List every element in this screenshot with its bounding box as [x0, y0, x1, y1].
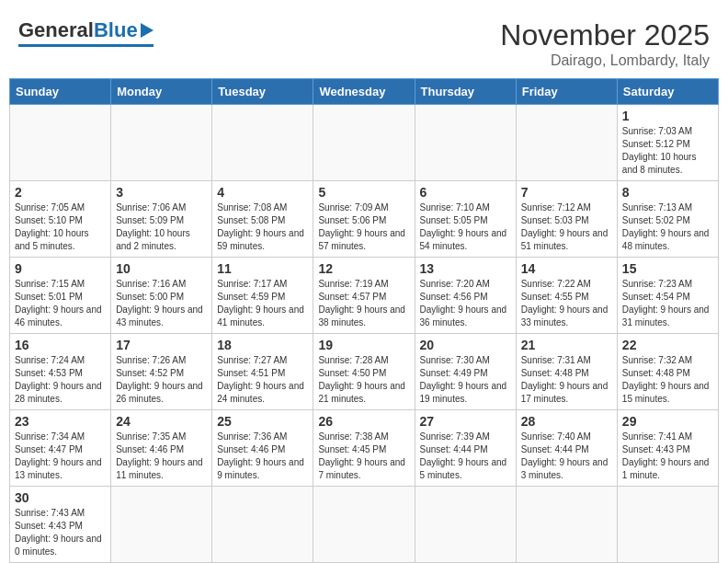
table-row: 22Sunrise: 7:32 AM Sunset: 4:48 PM Dayli…	[617, 334, 718, 410]
day-number: 24	[116, 414, 207, 429]
table-row	[516, 487, 617, 563]
calendar-table: Sunday Monday Tuesday Wednesday Thursday…	[9, 78, 719, 563]
table-row: 10Sunrise: 7:16 AM Sunset: 5:00 PM Dayli…	[111, 258, 212, 334]
table-row: 23Sunrise: 7:34 AM Sunset: 4:47 PM Dayli…	[10, 410, 111, 487]
calendar-week-row: 9Sunrise: 7:15 AM Sunset: 5:01 PM Daylig…	[10, 258, 719, 334]
table-row: 25Sunrise: 7:36 AM Sunset: 4:46 PM Dayli…	[212, 410, 313, 487]
day-number: 14	[521, 261, 612, 276]
table-row: 7Sunrise: 7:12 AM Sunset: 5:03 PM Daylig…	[516, 181, 617, 258]
day-number: 2	[15, 185, 106, 200]
day-number: 20	[420, 338, 511, 352]
day-info: Sunrise: 7:30 AM Sunset: 4:49 PM Dayligh…	[420, 354, 511, 406]
day-info: Sunrise: 7:40 AM Sunset: 4:44 PM Dayligh…	[521, 431, 612, 482]
table-row	[212, 487, 313, 563]
table-row	[415, 105, 516, 181]
day-number: 4	[217, 185, 308, 200]
table-row: 17Sunrise: 7:26 AM Sunset: 4:52 PM Dayli…	[111, 334, 212, 410]
logo: General Blue	[18, 18, 154, 47]
logo-blue-text: Blue	[94, 18, 138, 42]
day-number: 21	[521, 338, 612, 352]
table-row: 12Sunrise: 7:19 AM Sunset: 4:57 PM Dayli…	[313, 258, 415, 334]
table-row: 27Sunrise: 7:39 AM Sunset: 4:44 PM Dayli…	[415, 410, 516, 487]
day-number: 12	[318, 261, 409, 276]
day-number: 8	[622, 185, 713, 200]
table-row: 29Sunrise: 7:41 AM Sunset: 4:43 PM Dayli…	[617, 410, 718, 487]
table-row	[313, 105, 415, 181]
day-number: 5	[318, 185, 409, 200]
day-info: Sunrise: 7:36 AM Sunset: 4:46 PM Dayligh…	[217, 431, 308, 482]
col-sunday: Sunday	[10, 79, 111, 105]
day-number: 17	[116, 338, 207, 352]
table-row: 18Sunrise: 7:27 AM Sunset: 4:51 PM Dayli…	[212, 334, 313, 410]
col-saturday: Saturday	[617, 79, 718, 105]
day-number: 19	[318, 338, 409, 352]
logo-triangle-icon	[141, 23, 154, 38]
calendar-week-row: 16Sunrise: 7:24 AM Sunset: 4:53 PM Dayli…	[10, 334, 719, 410]
table-row	[111, 487, 212, 563]
table-row	[415, 487, 516, 563]
day-number: 26	[318, 414, 409, 429]
day-number: 6	[420, 185, 511, 200]
day-number: 22	[622, 338, 713, 352]
table-row: 14Sunrise: 7:22 AM Sunset: 4:55 PM Dayli…	[516, 258, 617, 334]
table-row: 3Sunrise: 7:06 AM Sunset: 5:09 PM Daylig…	[111, 181, 212, 258]
table-row: 16Sunrise: 7:24 AM Sunset: 4:53 PM Dayli…	[10, 334, 111, 410]
table-row: 30Sunrise: 7:43 AM Sunset: 4:43 PM Dayli…	[10, 487, 111, 563]
table-row: 20Sunrise: 7:30 AM Sunset: 4:49 PM Dayli…	[415, 334, 516, 410]
table-row: 8Sunrise: 7:13 AM Sunset: 5:02 PM Daylig…	[617, 181, 718, 258]
calendar-header-row: Sunday Monday Tuesday Wednesday Thursday…	[10, 79, 719, 105]
day-number: 30	[15, 490, 106, 505]
day-info: Sunrise: 7:27 AM Sunset: 4:51 PM Dayligh…	[217, 354, 308, 406]
day-info: Sunrise: 7:32 AM Sunset: 4:48 PM Dayligh…	[622, 354, 713, 406]
day-info: Sunrise: 7:08 AM Sunset: 5:08 PM Dayligh…	[217, 201, 308, 253]
day-number: 1	[622, 109, 713, 123]
table-row	[212, 105, 313, 181]
day-number: 28	[521, 414, 612, 429]
day-number: 15	[622, 261, 713, 276]
day-number: 13	[420, 261, 511, 276]
table-row: 9Sunrise: 7:15 AM Sunset: 5:01 PM Daylig…	[10, 258, 111, 334]
day-info: Sunrise: 7:15 AM Sunset: 5:01 PM Dayligh…	[15, 278, 106, 329]
table-row	[10, 105, 111, 181]
table-row: 19Sunrise: 7:28 AM Sunset: 4:50 PM Dayli…	[313, 334, 415, 410]
day-info: Sunrise: 7:38 AM Sunset: 4:45 PM Dayligh…	[318, 431, 409, 482]
calendar-week-row: 30Sunrise: 7:43 AM Sunset: 4:43 PM Dayli…	[10, 487, 719, 563]
day-number: 10	[116, 261, 207, 276]
col-tuesday: Tuesday	[212, 79, 313, 105]
table-row: 15Sunrise: 7:23 AM Sunset: 4:54 PM Dayli…	[617, 258, 718, 334]
logo-general-text: General	[18, 18, 94, 42]
day-info: Sunrise: 7:39 AM Sunset: 4:44 PM Dayligh…	[420, 431, 511, 482]
col-monday: Monday	[111, 79, 212, 105]
table-row: 13Sunrise: 7:20 AM Sunset: 4:56 PM Dayli…	[415, 258, 516, 334]
table-row: 2Sunrise: 7:05 AM Sunset: 5:10 PM Daylig…	[10, 181, 111, 258]
month-title: November 2025	[500, 18, 710, 52]
day-info: Sunrise: 7:20 AM Sunset: 4:56 PM Dayligh…	[420, 278, 511, 329]
table-row: 11Sunrise: 7:17 AM Sunset: 4:59 PM Dayli…	[212, 258, 313, 334]
calendar-week-row: 1Sunrise: 7:03 AM Sunset: 5:12 PM Daylig…	[10, 105, 719, 181]
day-number: 27	[420, 414, 511, 429]
day-info: Sunrise: 7:16 AM Sunset: 5:00 PM Dayligh…	[116, 278, 207, 329]
header: General Blue November 2025 Dairago, Lomb…	[9, 9, 719, 78]
day-info: Sunrise: 7:23 AM Sunset: 4:54 PM Dayligh…	[622, 278, 713, 329]
logo-underline	[18, 44, 154, 47]
table-row: 21Sunrise: 7:31 AM Sunset: 4:48 PM Dayli…	[516, 334, 617, 410]
day-info: Sunrise: 7:12 AM Sunset: 5:03 PM Dayligh…	[521, 201, 612, 253]
day-info: Sunrise: 7:09 AM Sunset: 5:06 PM Dayligh…	[318, 201, 409, 253]
day-info: Sunrise: 7:24 AM Sunset: 4:53 PM Dayligh…	[15, 354, 106, 406]
day-info: Sunrise: 7:31 AM Sunset: 4:48 PM Dayligh…	[521, 354, 612, 406]
title-area: November 2025 Dairago, Lombardy, Italy	[500, 18, 710, 69]
day-info: Sunrise: 7:22 AM Sunset: 4:55 PM Dayligh…	[521, 278, 612, 329]
table-row: 6Sunrise: 7:10 AM Sunset: 5:05 PM Daylig…	[415, 181, 516, 258]
day-info: Sunrise: 7:06 AM Sunset: 5:09 PM Dayligh…	[116, 201, 207, 253]
calendar-week-row: 23Sunrise: 7:34 AM Sunset: 4:47 PM Dayli…	[10, 410, 719, 487]
day-info: Sunrise: 7:35 AM Sunset: 4:46 PM Dayligh…	[116, 431, 207, 482]
day-info: Sunrise: 7:41 AM Sunset: 4:43 PM Dayligh…	[622, 431, 713, 482]
location-title: Dairago, Lombardy, Italy	[500, 52, 710, 69]
col-wednesday: Wednesday	[313, 79, 415, 105]
calendar-week-row: 2Sunrise: 7:05 AM Sunset: 5:10 PM Daylig…	[10, 181, 719, 258]
day-number: 9	[15, 261, 106, 276]
table-row	[313, 487, 415, 563]
table-row	[617, 487, 718, 563]
col-thursday: Thursday	[415, 79, 516, 105]
day-number: 29	[622, 414, 713, 429]
